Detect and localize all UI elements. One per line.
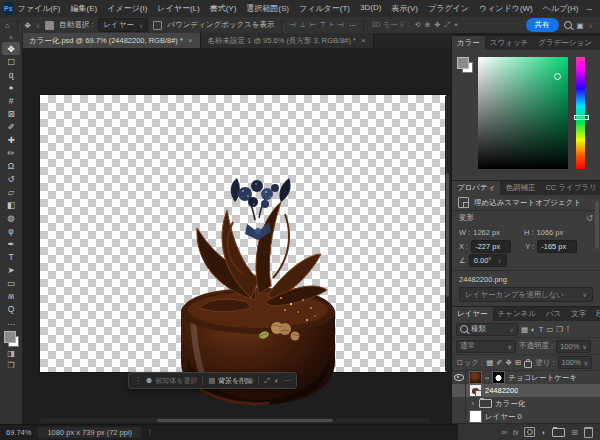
- zoom-level-field[interactable]: 69.74%: [6, 428, 31, 437]
- panel-scrollbar[interactable]: [595, 201, 599, 249]
- menu-plugins[interactable]: プラグイン: [428, 3, 469, 14]
- layer-row-chocolate-cake[interactable]: ∞ チョコレートケーキ: [452, 371, 600, 384]
- foreground-background-swatches[interactable]: [3, 331, 20, 347]
- tab-swatches[interactable]: スウォッチ: [485, 36, 533, 50]
- fill-field[interactable]: 100% ∨: [558, 356, 593, 369]
- visibility-toggle[interactable]: [452, 384, 466, 397]
- more-options-icon[interactable]: ⋯: [349, 21, 357, 30]
- layer-thumbnail[interactable]: [469, 410, 482, 423]
- tab-color[interactable]: カラー: [452, 36, 485, 50]
- link-layers-icon[interactable]: ∞: [501, 428, 507, 437]
- menu-file[interactable]: ファイル(F): [18, 3, 61, 14]
- adjustment-icon[interactable]: ◐: [275, 377, 279, 384]
- menu-layer[interactable]: レイヤー(L): [157, 3, 199, 14]
- menu-type[interactable]: 書式(Y): [210, 3, 237, 14]
- filter-smart-object-icon[interactable]: ❐: [556, 325, 563, 334]
- tab-cc-libraries[interactable]: CC ライブラリ: [540, 181, 600, 195]
- eyedropper-tool[interactable]: ✐: [2, 120, 20, 133]
- auto-select-dropdown[interactable]: レイヤー ∨: [98, 18, 148, 32]
- filter-shape-icon[interactable]: ▭: [546, 325, 553, 334]
- filter-pin-icon[interactable]: ⊺: [566, 325, 570, 334]
- visibility-toggle[interactable]: [452, 371, 466, 384]
- menu-view[interactable]: 表示(V): [391, 3, 418, 14]
- new-layer-icon[interactable]: ⊞: [571, 428, 578, 437]
- toolbar-collapse-icon[interactable]: »: [9, 33, 13, 42]
- saturation-brightness-picker[interactable]: [478, 57, 568, 169]
- zoom-tool[interactable]: Q: [2, 302, 20, 315]
- type-tool[interactable]: T: [2, 250, 20, 263]
- menu-edit[interactable]: 編集(E): [71, 3, 98, 14]
- align-left-icon[interactable]: ⊣: [289, 21, 295, 29]
- hand-tool[interactable]: ʍ: [2, 289, 20, 302]
- blend-mode-dropdown[interactable]: 通常 ∨: [456, 340, 516, 353]
- height-value[interactable]: 1066 px: [537, 228, 564, 237]
- layer-name[interactable]: 24482200: [485, 386, 518, 395]
- move-tool-icon[interactable]: ✥: [25, 21, 31, 30]
- menu-filter[interactable]: フィルター(T): [299, 3, 350, 14]
- document-tab[interactable]: 名称未設定 1 @ 95.6% (長方形 3, RGB/8#) * ×: [201, 33, 374, 48]
- healing-brush-tool[interactable]: ✚: [2, 133, 20, 146]
- dodge-tool[interactable]: φ: [2, 224, 20, 237]
- opacity-field[interactable]: 100% ∨: [556, 340, 591, 353]
- edit-toolbar-icon[interactable]: …: [2, 315, 20, 328]
- layer-style-icon[interactable]: fx: [513, 429, 518, 436]
- filter-type-icon[interactable]: T: [539, 325, 544, 334]
- object-selection-tool[interactable]: ✦: [2, 81, 20, 94]
- close-icon[interactable]: ×: [361, 36, 366, 45]
- more-options-icon[interactable]: ⋯: [284, 377, 291, 385]
- foreground-color-swatch[interactable]: [4, 331, 16, 343]
- delete-layer-icon[interactable]: [584, 427, 593, 438]
- tab-paragraph[interactable]: 段落: [591, 307, 600, 321]
- tab-paths[interactable]: パス: [541, 307, 566, 321]
- menu-3d[interactable]: 3D(D): [360, 3, 381, 14]
- layer-group-colorize[interactable]: › カラー化: [452, 397, 600, 410]
- color-picker-marker[interactable]: [554, 73, 561, 80]
- gradient-tool[interactable]: ◧: [2, 198, 20, 211]
- reset-transform-icon[interactable]: ↺: [586, 214, 593, 223]
- document-canvas[interactable]: [40, 95, 448, 372]
- rectangle-tool[interactable]: ▭: [2, 276, 20, 289]
- align-top-icon[interactable]: ⊤: [320, 21, 326, 29]
- bounding-box-checkbox[interactable]: [153, 21, 162, 30]
- lock-all-icon[interactable]: [524, 361, 532, 368]
- blur-tool[interactable]: ◍: [2, 211, 20, 224]
- tab-character[interactable]: 文字: [566, 307, 591, 321]
- lock-position-icon[interactable]: ✥: [506, 358, 512, 367]
- add-mask-icon[interactable]: [524, 427, 535, 437]
- align-middle-icon[interactable]: ⊦: [330, 21, 334, 29]
- frame-tool[interactable]: ⊠: [2, 107, 20, 120]
- tab-gradients[interactable]: グラデーション: [533, 36, 597, 50]
- vertical-scrollbar[interactable]: [445, 95, 450, 372]
- layer-name[interactable]: チョコレートケーキ: [508, 373, 577, 383]
- search-icon[interactable]: [564, 21, 572, 29]
- minimize-button[interactable]: –: [578, 4, 600, 14]
- quick-mask-icon[interactable]: ◨: [2, 347, 20, 359]
- filter-pixel-icon[interactable]: ▦: [521, 325, 528, 334]
- layer-thumbnail[interactable]: [469, 384, 482, 397]
- share-button[interactable]: 共有: [526, 18, 559, 32]
- lock-transparency-icon[interactable]: ▦: [486, 358, 493, 367]
- path-selection-tool[interactable]: ➤: [2, 263, 20, 276]
- close-icon[interactable]: ×: [188, 36, 193, 45]
- chevron-down-icon[interactable]: ∨: [36, 22, 40, 29]
- home-icon[interactable]: ⌂: [5, 21, 10, 30]
- select-subject-button[interactable]: ⚉ 被写体を選択: [146, 376, 197, 386]
- screen-mode-icon[interactable]: ❐: [2, 359, 20, 371]
- menu-help[interactable]: ヘルプ(H): [543, 3, 579, 14]
- x-field[interactable]: -227 px: [471, 240, 511, 253]
- layer-mask-thumbnail[interactable]: [492, 371, 505, 384]
- visibility-toggle[interactable]: [452, 410, 466, 423]
- adjustment-layer-icon[interactable]: ◐: [541, 428, 546, 437]
- y-field[interactable]: -165 px: [537, 240, 577, 253]
- history-brush-tool[interactable]: ↺: [2, 172, 20, 185]
- align-center-icon[interactable]: ⊥: [300, 21, 306, 29]
- new-group-icon[interactable]: [552, 428, 565, 437]
- tab-layers[interactable]: レイヤー: [452, 307, 493, 321]
- menu-window[interactable]: ウィンドウ(W): [479, 3, 533, 14]
- crop-tool[interactable]: #: [2, 94, 20, 107]
- layer-row-24482200[interactable]: 24482200: [452, 384, 600, 397]
- clone-stamp-tool[interactable]: Ω: [2, 159, 20, 172]
- lock-pixels-icon[interactable]: ✐: [496, 358, 502, 367]
- filter-adjustment-icon[interactable]: ◐: [531, 325, 536, 334]
- pen-tool[interactable]: ✒: [2, 237, 20, 250]
